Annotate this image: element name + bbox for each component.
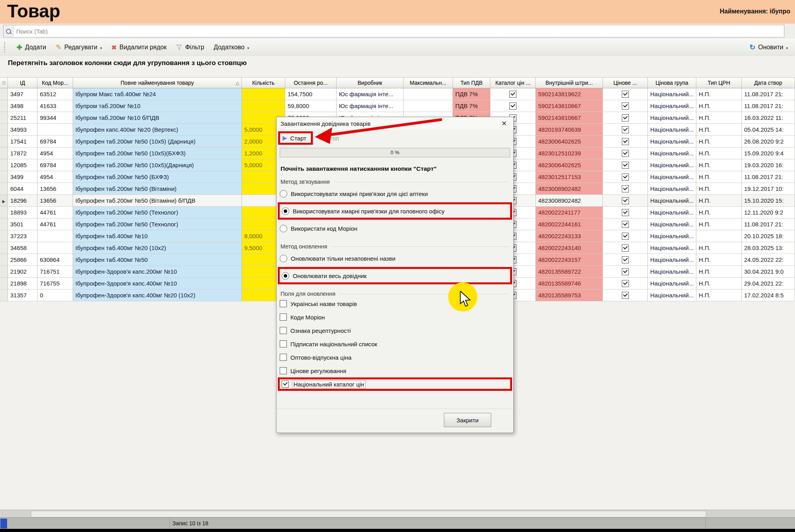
checkbox-option[interactable]: Оптово-відпускна ціна xyxy=(280,351,510,364)
cell-price[interactable] xyxy=(603,207,648,218)
group-by-hint[interactable]: Перетягніть заголовок колонки сюди для у… xyxy=(8,59,247,67)
cell-qty[interactable] xyxy=(242,88,285,100)
cell-name[interactable]: Ібупрофен таб.200мг №50 (Технолог) xyxy=(73,207,242,218)
cell-crn[interactable]: Н.П. xyxy=(696,266,742,278)
cell-code[interactable]: 99344 xyxy=(37,112,73,124)
cell-name[interactable]: Ібупрофен таб.200мг №50 (БХФЗ) xyxy=(73,171,242,183)
cell-price[interactable] xyxy=(603,159,648,171)
cell-id[interactable]: 25866 xyxy=(8,254,37,266)
cell-code[interactable] xyxy=(37,124,73,136)
cell-id[interactable]: 37223 xyxy=(8,230,37,242)
cell-code[interactable]: 69784 xyxy=(37,159,73,171)
cell-price[interactable] xyxy=(603,183,648,195)
cell-crn[interactable]: Н.П. xyxy=(696,254,742,266)
cell-id[interactable]: 6044 xyxy=(8,183,37,195)
cell-date[interactable]: 19.12.2017 10: xyxy=(742,183,795,195)
cell-date[interactable]: 05.04.2025 14: xyxy=(742,124,795,136)
cell-crn[interactable]: Н.П. xyxy=(696,88,742,100)
cell-ind[interactable] xyxy=(0,278,8,289)
cell-code[interactable] xyxy=(37,230,73,242)
cell-ind[interactable]: ▶ xyxy=(0,195,8,207)
column-header-code[interactable]: Код Мор... xyxy=(37,77,73,88)
radio-selected-icon[interactable] xyxy=(282,207,289,215)
horizontal-scrollbar[interactable] xyxy=(0,510,795,518)
column-header-date[interactable]: Дата створ xyxy=(742,77,795,88)
cell-crn[interactable]: Н.П. xyxy=(696,195,742,207)
cell-max[interactable] xyxy=(404,100,453,112)
cell-price[interactable] xyxy=(603,254,648,266)
cell-group[interactable]: Національний... xyxy=(648,171,696,183)
cell-code[interactable]: 13656 xyxy=(37,183,73,195)
close-button[interactable]: Закрити xyxy=(444,413,491,427)
cell-group[interactable]: Національний... xyxy=(648,254,696,266)
cell-id[interactable]: 21898 xyxy=(8,278,37,289)
cell-name[interactable]: Ібупрофен капс.400мг №20 (Вертекс) xyxy=(73,124,242,136)
cell-name[interactable]: Ібупрофен-Здоров'я капс.200мг №10 xyxy=(73,266,242,278)
column-header-name[interactable]: Повне найменування товару△ xyxy=(73,77,242,88)
cell-date[interactable]: 17.02.2024 8:5 xyxy=(742,289,795,301)
cell-date[interactable]: 15.09.2020 9:4 xyxy=(742,147,795,159)
cell-id[interactable]: 12085 xyxy=(8,159,37,171)
radio-option[interactable]: Використати код Моріон xyxy=(280,220,510,237)
cell-group[interactable]: Національний... xyxy=(648,147,696,159)
search-icon-button[interactable] xyxy=(4,26,13,37)
cell-crn[interactable]: Н.П. xyxy=(696,171,742,183)
unchecked-checkbox-icon[interactable] xyxy=(280,327,287,334)
cell-price[interactable] xyxy=(603,171,648,183)
radio-option[interactable]: Використовувати хмарні прив'язки для ціє… xyxy=(280,185,510,202)
cell-price[interactable] xyxy=(603,124,648,136)
cell-crn[interactable]: Н.П. xyxy=(696,100,742,112)
cell-barcode[interactable]: 4823006402625 xyxy=(536,159,603,171)
cell-ind[interactable] xyxy=(0,159,8,171)
cell-barcode[interactable]: 4820135589722 xyxy=(536,266,603,278)
cell-id[interactable]: 3498 xyxy=(8,100,37,112)
radio-option[interactable]: Оновлювати тільки незаповнені назви xyxy=(280,250,510,267)
cell-last[interactable]: 154,7500 xyxy=(285,88,337,100)
cell-ind[interactable] xyxy=(0,218,8,230)
cell-vat[interactable]: ПДВ 7% xyxy=(453,88,490,100)
column-header-vat[interactable]: Тип ПДВ xyxy=(453,77,490,88)
cell-vat[interactable]: ПДВ 7% xyxy=(453,100,490,112)
column-header-group[interactable]: Цінова група xyxy=(648,77,696,88)
cell-date[interactable]: 20.10.2025 18: xyxy=(742,230,795,242)
cell-group[interactable]: Національний... xyxy=(648,207,696,218)
cell-crn[interactable]: Н.П. xyxy=(696,112,742,124)
cell-code[interactable]: 13656 xyxy=(37,195,73,207)
cell-vendor[interactable]: Юс фармація інте... xyxy=(337,100,404,112)
more-button[interactable]: Додатково ▾ xyxy=(214,44,249,51)
cell-date[interactable]: 12.11.2020 9:2 xyxy=(742,207,795,218)
cell-barcode[interactable]: 4820022244161 xyxy=(536,218,603,230)
cell-id[interactable]: 21902 xyxy=(8,266,37,278)
filter-button[interactable]: Фільтр xyxy=(176,44,204,51)
cell-ind[interactable] xyxy=(0,242,8,254)
cell-ind[interactable] xyxy=(0,100,8,112)
cell-price[interactable] xyxy=(603,218,648,230)
scrollbar-thumb[interactable] xyxy=(31,511,706,517)
cell-code[interactable]: 716751 xyxy=(37,266,73,278)
cell-id[interactable]: 18296 xyxy=(8,195,37,207)
cell-id[interactable]: 17541 xyxy=(8,136,37,147)
cell-ind[interactable] xyxy=(0,147,8,159)
column-header-crn[interactable]: Тип ЦРН xyxy=(696,77,742,88)
cell-crn[interactable]: Н.П. xyxy=(696,289,742,301)
cell-price[interactable] xyxy=(603,136,648,147)
cell-barcode[interactable]: 5902143810667 xyxy=(536,100,603,112)
cell-ind[interactable] xyxy=(0,254,8,266)
cell-name[interactable]: Ібупрофен таб.400мг №20 (10х2) xyxy=(73,242,242,254)
cell-name[interactable]: Ібупрофен-Здоров'я капс.400мг №10 xyxy=(73,278,242,289)
column-header-id[interactable]: ІД xyxy=(8,77,37,88)
cell-price[interactable] xyxy=(603,112,648,124)
table-row[interactable]: 349763512Ібупром Макс таб.400мг №24154,7… xyxy=(0,88,795,100)
search-input[interactable]: Поиск (Tab) xyxy=(3,25,784,37)
cell-date[interactable]: 11.08.2017 21: xyxy=(742,218,795,230)
add-button[interactable]: ✚ Додати xyxy=(17,43,46,52)
cell-group[interactable]: Національний... xyxy=(648,124,696,136)
checkbox-option[interactable]: Коди Моріон xyxy=(280,310,510,324)
cell-ind[interactable] xyxy=(0,207,8,218)
cell-date[interactable]: 11.08.2017 21: xyxy=(742,88,795,100)
cell-crn[interactable]: Н.П. xyxy=(696,242,742,254)
cell-barcode[interactable]: 4820193740639 xyxy=(536,124,603,136)
column-header-qty[interactable]: Кількість xyxy=(242,77,285,88)
cell-ind[interactable] xyxy=(0,230,8,242)
cell-name[interactable]: Ібупром таб.200мг №10 xyxy=(73,100,242,112)
